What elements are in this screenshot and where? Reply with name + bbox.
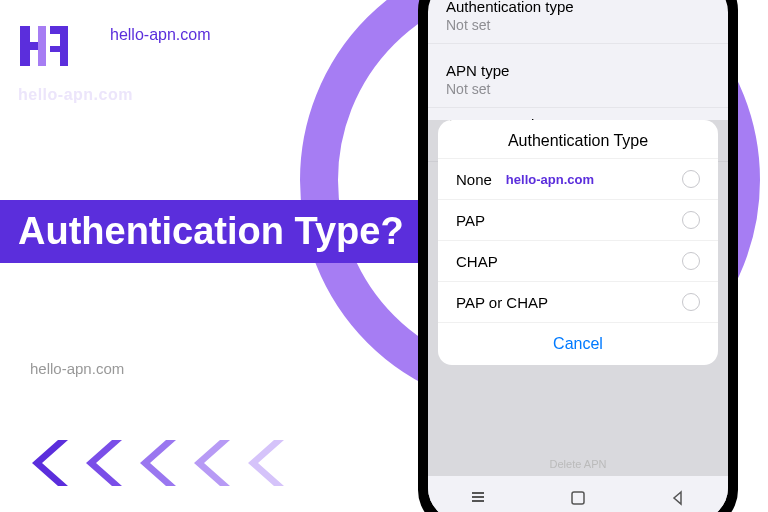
recent-apps-icon[interactable] bbox=[469, 489, 487, 507]
home-icon[interactable] bbox=[569, 489, 587, 507]
cancel-button[interactable]: Cancel bbox=[438, 322, 718, 365]
ghost-url-text: hello-apn.com bbox=[18, 86, 133, 104]
setting-value: Not set bbox=[446, 17, 710, 33]
radio-icon bbox=[682, 252, 700, 270]
svg-rect-3 bbox=[50, 46, 68, 52]
brand-logo bbox=[18, 18, 74, 74]
delete-apn-label: Delete APN bbox=[428, 458, 728, 470]
option-label: None bbox=[456, 171, 492, 188]
radio-icon bbox=[682, 170, 700, 188]
chevron-row bbox=[30, 438, 290, 488]
option-pap-or-chap[interactable]: PAP or CHAP bbox=[438, 281, 718, 322]
option-label: PAP or CHAP bbox=[456, 294, 548, 311]
svg-rect-7 bbox=[572, 492, 584, 504]
option-chap[interactable]: CHAP bbox=[438, 240, 718, 281]
chevron-left-icon bbox=[192, 438, 236, 488]
setting-label: APN type bbox=[446, 62, 710, 79]
setting-row-auth-type[interactable]: Authentication type Not set bbox=[428, 0, 728, 44]
svg-rect-5 bbox=[472, 492, 484, 494]
option-label: CHAP bbox=[456, 253, 498, 270]
setting-label: Authentication type bbox=[446, 0, 710, 15]
svg-rect-2 bbox=[38, 26, 46, 66]
svg-rect-4 bbox=[472, 496, 484, 498]
modal-overlay: Authentication Type None hello-apn.com P… bbox=[428, 120, 728, 512]
radio-icon bbox=[682, 211, 700, 229]
android-navbar bbox=[428, 476, 728, 512]
phone-mockup: Authentication type Not set APN type Not… bbox=[418, 0, 738, 512]
banner-title: Authentication Type? bbox=[0, 200, 422, 263]
mid-url-text: hello-apn.com bbox=[30, 360, 124, 377]
sheet-title: Authentication Type bbox=[438, 120, 718, 158]
option-pap[interactable]: PAP bbox=[438, 199, 718, 240]
svg-rect-6 bbox=[472, 500, 484, 502]
top-url-text: hello-apn.com bbox=[110, 26, 211, 44]
setting-value: Not set bbox=[446, 81, 710, 97]
back-icon[interactable] bbox=[669, 489, 687, 507]
chevron-left-icon bbox=[138, 438, 182, 488]
watermark-text: hello-apn.com bbox=[506, 172, 594, 187]
option-label: PAP bbox=[456, 212, 485, 229]
setting-row-apn-type[interactable]: APN type Not set bbox=[428, 54, 728, 108]
option-none[interactable]: None hello-apn.com bbox=[438, 158, 718, 199]
auth-type-sheet: Authentication Type None hello-apn.com P… bbox=[438, 120, 718, 365]
phone-screen: Authentication type Not set APN type Not… bbox=[428, 0, 728, 512]
chevron-left-icon bbox=[30, 438, 74, 488]
chevron-left-icon bbox=[246, 438, 290, 488]
radio-icon bbox=[682, 293, 700, 311]
chevron-left-icon bbox=[84, 438, 128, 488]
